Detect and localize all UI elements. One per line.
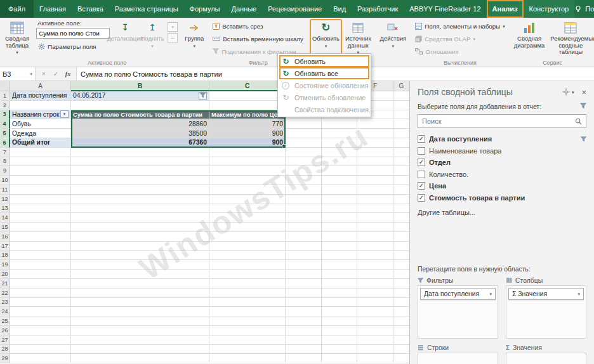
cell-E16[interactable] xyxy=(322,232,357,242)
cell-C21[interactable] xyxy=(209,279,286,289)
cell-D15[interactable] xyxy=(286,223,322,232)
cell-F14[interactable] xyxy=(357,213,393,223)
cell-G17[interactable] xyxy=(393,242,409,251)
cell-G3[interactable] xyxy=(393,110,409,120)
collapse-field-button[interactable]: − xyxy=(168,33,178,42)
field-item[interactable]: ✓Отдел xyxy=(418,157,586,169)
cell-C2[interactable] xyxy=(209,101,286,110)
cell-B21[interactable] xyxy=(71,279,209,289)
cell-A7[interactable] xyxy=(10,148,71,157)
cell-G19[interactable] xyxy=(393,260,409,270)
cell-E7[interactable] xyxy=(322,148,357,157)
cell-dropdown-button[interactable]: ▾ xyxy=(60,110,69,118)
cell-D14[interactable] xyxy=(286,213,322,223)
cell-F7[interactable] xyxy=(357,148,393,157)
row-header-3[interactable]: 3 xyxy=(0,110,10,120)
cell-B18[interactable] xyxy=(71,251,209,261)
namebox-dropdown-icon[interactable]: ▾ xyxy=(30,72,32,77)
checkbox-icon[interactable] xyxy=(418,147,425,155)
cell-F17[interactable] xyxy=(357,242,393,251)
cell-C14[interactable] xyxy=(209,213,286,223)
row-header-22[interactable]: 22 xyxy=(0,289,10,298)
cell-D8[interactable] xyxy=(286,157,322,167)
pivot-chart-button[interactable]: Сводная диаграмма xyxy=(512,20,547,56)
cell-C1[interactable] xyxy=(209,91,286,101)
cell-F26[interactable] xyxy=(357,326,393,335)
drill-down-button[interactable]: ↧ Детализация xyxy=(112,20,138,53)
cell-E18[interactable] xyxy=(322,251,357,261)
cell-D11[interactable] xyxy=(286,185,322,195)
cell-C9[interactable] xyxy=(209,166,286,176)
ribbon-tab[interactable]: Вид xyxy=(327,0,352,18)
cell-A3[interactable]: Названия строк▾ xyxy=(10,110,71,120)
row-header-28[interactable]: 28 xyxy=(0,345,10,354)
cell-F27[interactable] xyxy=(357,335,393,345)
cell-D20[interactable] xyxy=(286,270,322,279)
cell-D10[interactable] xyxy=(286,176,322,185)
column-header-G[interactable]: G xyxy=(393,81,409,91)
cell-A19[interactable] xyxy=(10,260,71,270)
cell-B14[interactable] xyxy=(71,213,209,223)
cell-E21[interactable] xyxy=(322,279,357,289)
cell-C16[interactable] xyxy=(209,232,286,242)
field-settings-button[interactable]: Параметры поля xyxy=(36,40,110,53)
recommended-pivottables-button[interactable]: Рекомендуемые сводные таблицы xyxy=(548,20,593,56)
cell-C15[interactable] xyxy=(209,223,286,232)
cell-A14[interactable] xyxy=(10,213,71,223)
cell-B10[interactable] xyxy=(71,176,209,185)
cell-B27[interactable] xyxy=(71,335,209,345)
cell-A4[interactable]: Обувь xyxy=(10,119,71,129)
cell-A15[interactable] xyxy=(10,223,71,232)
cell-E29[interactable] xyxy=(322,354,357,363)
row-header-19[interactable]: 19 xyxy=(0,260,10,270)
fields-filter-icon[interactable] xyxy=(580,103,586,110)
cell-G1[interactable] xyxy=(393,91,409,101)
cell-D4[interactable] xyxy=(286,119,322,129)
cell-D25[interactable] xyxy=(286,316,322,326)
cell-F22[interactable] xyxy=(357,289,393,298)
more-tables-link[interactable]: Другие таблицы... xyxy=(418,209,586,216)
cell-F28[interactable] xyxy=(357,345,393,354)
cell-G9[interactable] xyxy=(393,166,409,176)
cell-filter-button[interactable] xyxy=(199,92,207,100)
cell-G7[interactable] xyxy=(393,148,409,157)
cell-B12[interactable] xyxy=(71,195,209,204)
cell-C11[interactable] xyxy=(209,185,286,195)
cell-G24[interactable] xyxy=(393,307,409,316)
cell-G12[interactable] xyxy=(393,195,409,204)
pane-options-button[interactable]: ▾ xyxy=(562,88,574,96)
checkbox-icon[interactable]: ✓ xyxy=(418,182,425,190)
select-all-corner[interactable] xyxy=(0,81,10,91)
row-header-14[interactable]: 14 xyxy=(0,213,10,223)
cell-G16[interactable] xyxy=(393,232,409,242)
cell-C22[interactable] xyxy=(209,289,286,298)
cell-C24[interactable] xyxy=(209,307,286,316)
column-header-B[interactable]: B xyxy=(71,81,209,91)
cell-E24[interactable] xyxy=(322,307,357,316)
ribbon-tab[interactable]: Данные xyxy=(225,0,262,18)
cell-A29[interactable] xyxy=(10,354,71,363)
cell-C6[interactable]: 900 xyxy=(209,138,286,148)
row-header-23[interactable]: 23 xyxy=(0,298,10,308)
cell-D28[interactable] xyxy=(286,345,322,354)
cell-E14[interactable] xyxy=(322,213,357,223)
cell-F19[interactable] xyxy=(357,260,393,270)
row-header-1[interactable]: 1 xyxy=(0,91,10,101)
cell-G15[interactable] xyxy=(393,223,409,232)
area-box-values[interactable] xyxy=(506,353,586,364)
cell-F6[interactable] xyxy=(357,138,393,148)
cell-E8[interactable] xyxy=(322,157,357,167)
cell-G14[interactable] xyxy=(393,213,409,223)
cell-D24[interactable] xyxy=(286,307,322,316)
cell-G29[interactable] xyxy=(393,354,409,363)
cell-G18[interactable] xyxy=(393,251,409,261)
cell-B8[interactable] xyxy=(71,157,209,167)
cell-C29[interactable] xyxy=(209,354,286,363)
cell-A13[interactable] xyxy=(10,204,71,214)
column-header-A[interactable]: A xyxy=(10,81,71,91)
row-header-27[interactable]: 27 xyxy=(0,335,10,345)
cell-E4[interactable] xyxy=(322,119,357,129)
cell-C23[interactable] xyxy=(209,298,286,308)
cell-E28[interactable] xyxy=(322,345,357,354)
cell-E13[interactable] xyxy=(322,204,357,214)
